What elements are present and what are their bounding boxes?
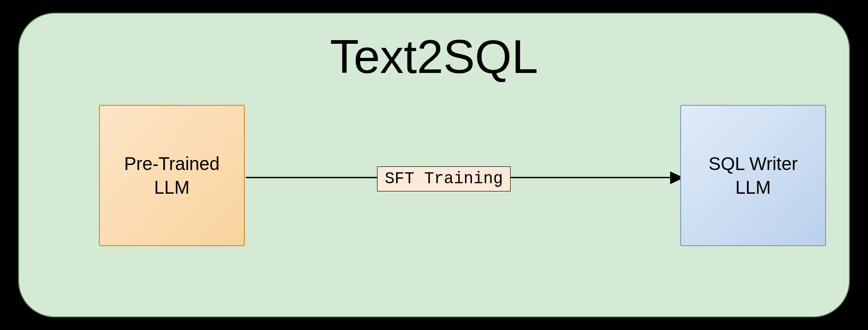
pretrained-llm-box: Pre-Trained LLM (99, 105, 245, 246)
box-text-line: LLM (154, 175, 190, 199)
box-text-line: SQL Writer (708, 152, 798, 175)
sft-training-label: SFT Training (377, 166, 511, 191)
diagram-container: Text2SQL Pre-Trained LLM SFT Training SQ… (18, 13, 850, 317)
sql-writer-llm-box: SQL Writer LLM (680, 105, 826, 246)
diagram-title: Text2SQL (19, 30, 849, 84)
box-text-line: Pre-Trained (124, 152, 220, 175)
box-text-line: LLM (735, 175, 771, 199)
